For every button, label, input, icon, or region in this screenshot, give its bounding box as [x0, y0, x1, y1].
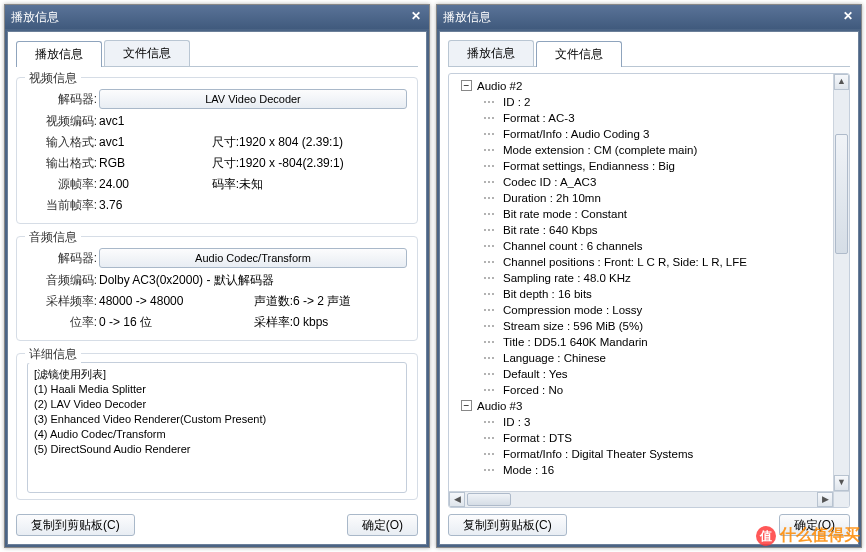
tree-item[interactable]: ⋯Channel count : 6 channels	[453, 238, 849, 254]
tree-item[interactable]: ⋯Mode : 16	[453, 462, 849, 478]
tree-item[interactable]: ⋯Bit rate : 640 Kbps	[453, 222, 849, 238]
details-group: 详细信息 [滤镜使用列表] (1) Haali Media Splitter (…	[16, 353, 418, 500]
source-fps-label: 源帧率:	[27, 175, 97, 193]
size-label: 尺寸:	[199, 154, 239, 172]
scroll-down-icon[interactable]: ▼	[834, 475, 849, 491]
video-decoder-button[interactable]: LAV Video Decoder	[99, 89, 407, 109]
audio-decoder-label: 解码器:	[27, 249, 97, 267]
ok-button[interactable]: 确定(O)	[347, 514, 418, 536]
audio-codec-value: Dolby AC3(0x2000) - 默认解码器	[99, 271, 407, 289]
footer: 复制到剪贴板(C) 确定(O)	[448, 514, 850, 536]
tree-item[interactable]: ⋯Duration : 2h 10mn	[453, 190, 849, 206]
tabs: 播放信息 文件信息	[448, 40, 850, 67]
input-size-value: 1920 x 804 (2.39:1)	[239, 133, 407, 151]
tree-item[interactable]: ⋯Stream size : 596 MiB (5%)	[453, 318, 849, 334]
scroll-right-icon[interactable]: ▶	[817, 492, 833, 507]
scroll-left-icon[interactable]: ◀	[449, 492, 465, 507]
tree-node[interactable]: −Audio #3	[453, 398, 849, 414]
horizontal-scrollbar[interactable]: ◀ ▶	[449, 491, 833, 507]
bitrate-label: 码率:	[199, 175, 239, 193]
group-legend: 详细信息	[25, 346, 81, 363]
scroll-corner	[833, 491, 849, 507]
window-title: 播放信息	[11, 9, 409, 26]
video-decoder-label: 解码器:	[27, 90, 97, 108]
filter-list-text[interactable]: [滤镜使用列表] (1) Haali Media Splitter (2) LA…	[27, 362, 407, 493]
tree-item[interactable]: ⋯Format : DTS	[453, 430, 849, 446]
collapse-icon[interactable]: −	[461, 400, 472, 411]
scroll-thumb[interactable]	[467, 493, 511, 506]
bitdepth-label: 位率:	[27, 313, 97, 331]
playback-info-window-left: 播放信息 ✕ 播放信息 文件信息 视频信息 解码器: LAV Video Dec…	[4, 4, 430, 548]
video-codec-value: avc1	[99, 112, 407, 130]
copy-clipboard-button[interactable]: 复制到剪贴板(C)	[16, 514, 135, 536]
channels-value: 6 -> 2 声道	[293, 292, 407, 310]
output-format-value: RGB	[99, 154, 179, 172]
video-codec-label: 视频编码:	[27, 112, 97, 130]
vertical-scrollbar[interactable]: ▲ ▼	[833, 74, 849, 491]
tree-item[interactable]: ⋯ID : 3	[453, 414, 849, 430]
titlebar[interactable]: 播放信息 ✕	[437, 5, 861, 29]
window-body: 播放信息 文件信息 视频信息 解码器: LAV Video Decoder 视频…	[7, 31, 427, 545]
tree-item[interactable]: ⋯Bit depth : 16 bits	[453, 286, 849, 302]
samplerate-value: 0 kbps	[293, 313, 407, 331]
tree-item[interactable]: ⋯Sampling rate : 48.0 KHz	[453, 270, 849, 286]
channels-label: 声道数:	[239, 292, 293, 310]
close-icon[interactable]: ✕	[841, 10, 855, 24]
samplerate-label: 采样率:	[239, 313, 293, 331]
tree-node[interactable]: −Audio #2	[453, 78, 849, 94]
tree-item[interactable]: ⋯Language : Chinese	[453, 350, 849, 366]
input-format-value: avc1	[99, 133, 179, 151]
tree-item[interactable]: ⋯Format settings, Endianness : Big	[453, 158, 849, 174]
tree-item[interactable]: ⋯Compression mode : Lossy	[453, 302, 849, 318]
current-fps-value: 3.76	[99, 196, 407, 214]
audio-info-group: 音频信息 解码器: Audio Codec/Transform 音频编码: Do…	[16, 236, 418, 341]
scroll-thumb[interactable]	[835, 134, 848, 254]
audio-decoder-button[interactable]: Audio Codec/Transform	[99, 248, 407, 268]
tree-item[interactable]: ⋯Channel positions : Front: L C R, Side:…	[453, 254, 849, 270]
bitdepth-value: 0 -> 16 位	[99, 313, 219, 331]
sample-freq-label: 采样频率:	[27, 292, 97, 310]
scroll-up-icon[interactable]: ▲	[834, 74, 849, 90]
playback-info-window-right: 播放信息 ✕ 播放信息 文件信息 −Audio #2⋯ID : 2⋯Format…	[436, 4, 862, 548]
tree-item[interactable]: ⋯Format/Info : Audio Coding 3	[453, 126, 849, 142]
tab-file-info[interactable]: 文件信息	[104, 40, 190, 66]
titlebar[interactable]: 播放信息 ✕	[5, 5, 429, 29]
bitrate-value: 未知	[239, 175, 407, 193]
tree-item[interactable]: ⋯ID : 2	[453, 94, 849, 110]
copy-clipboard-button[interactable]: 复制到剪贴板(C)	[448, 514, 567, 536]
input-format-label: 输入格式:	[27, 133, 97, 151]
window-body: 播放信息 文件信息 −Audio #2⋯ID : 2⋯Format : AC-3…	[439, 31, 859, 545]
file-info-tree[interactable]: −Audio #2⋯ID : 2⋯Format : AC-3⋯Format/In…	[448, 73, 850, 508]
tree-item[interactable]: ⋯Mode extension : CM (complete main)	[453, 142, 849, 158]
collapse-icon[interactable]: −	[461, 80, 472, 91]
tree-item[interactable]: ⋯Default : Yes	[453, 366, 849, 382]
tab-playback-info[interactable]: 播放信息	[448, 40, 534, 66]
current-fps-label: 当前帧率:	[27, 196, 97, 214]
group-legend: 音频信息	[25, 229, 81, 246]
tab-playback-info[interactable]: 播放信息	[16, 41, 102, 67]
output-size-value: 1920 x -804(2.39:1)	[239, 154, 407, 172]
tree-item[interactable]: ⋯Bit rate mode : Constant	[453, 206, 849, 222]
tabs: 播放信息 文件信息	[16, 40, 418, 67]
sample-freq-value: 48000 -> 48000	[99, 292, 219, 310]
size-label: 尺寸:	[199, 133, 239, 151]
video-info-group: 视频信息 解码器: LAV Video Decoder 视频编码: avc1 输…	[16, 77, 418, 224]
group-legend: 视频信息	[25, 70, 81, 87]
tree-item[interactable]: ⋯Format : AC-3	[453, 110, 849, 126]
output-format-label: 输出格式:	[27, 154, 97, 172]
tree-item[interactable]: ⋯Title : DD5.1 640K Mandarin	[453, 334, 849, 350]
tab-file-info[interactable]: 文件信息	[536, 41, 622, 67]
tree-item[interactable]: ⋯Forced : No	[453, 382, 849, 398]
window-title: 播放信息	[443, 9, 841, 26]
footer: 复制到剪贴板(C) 确定(O)	[16, 514, 418, 536]
ok-button[interactable]: 确定(O)	[779, 514, 850, 536]
close-icon[interactable]: ✕	[409, 10, 423, 24]
audio-codec-label: 音频编码:	[27, 271, 97, 289]
source-fps-value: 24.00	[99, 175, 179, 193]
tree-item[interactable]: ⋯Format/Info : Digital Theater Systems	[453, 446, 849, 462]
tree-item[interactable]: ⋯Codec ID : A_AC3	[453, 174, 849, 190]
